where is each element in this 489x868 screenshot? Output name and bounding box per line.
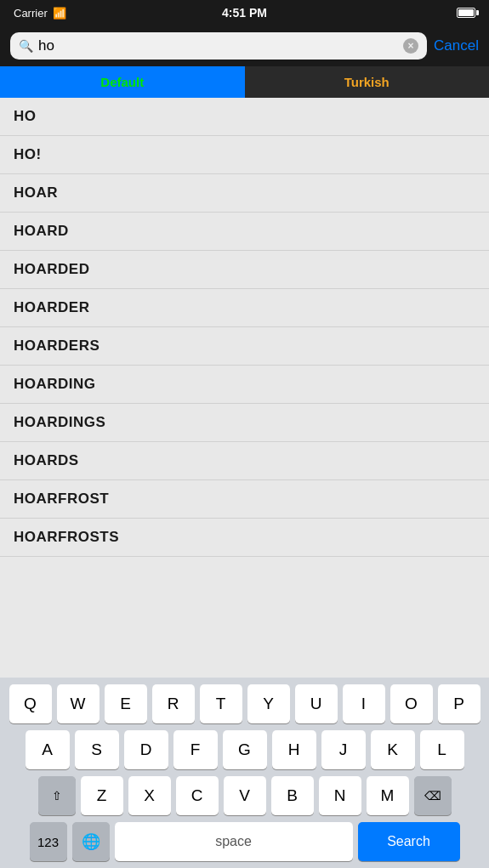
list-item[interactable]: HOARDS <box>0 442 489 480</box>
carrier-label: Carrier <box>14 7 48 20</box>
key-I[interactable]: I <box>343 684 385 723</box>
key-J[interactable]: J <box>321 730 366 769</box>
keyboard-row-3: ⇧ZXCVBNM⌫ <box>3 776 486 815</box>
list-item[interactable]: HOARDERS <box>0 327 489 366</box>
key-S[interactable]: S <box>75 730 119 769</box>
segment-control: Default Turkish <box>0 66 489 98</box>
key-N[interactable]: N <box>319 776 361 815</box>
cancel-button[interactable]: Cancel <box>434 37 479 54</box>
list-item[interactable]: HOARFROSTS <box>0 519 489 557</box>
word-list[interactable]: HOHO!HOARHOARDHOARDEDHOARDERHOARDERSHOAR… <box>0 98 489 678</box>
key-L[interactable]: L <box>420 730 464 769</box>
wifi-icon: 📶 <box>53 7 66 20</box>
key-U[interactable]: U <box>295 684 338 723</box>
key-O[interactable]: O <box>390 684 433 723</box>
keyboard: QWERTYUIOP ASDFGHJKL ⇧ZXCVBNM⌫ 123🌐space… <box>0 678 489 868</box>
list-item[interactable]: HOAR <box>0 174 489 213</box>
list-item[interactable]: HOARDER <box>0 289 489 327</box>
clear-circle-icon: × <box>403 38 418 54</box>
key-P[interactable]: P <box>438 684 480 723</box>
search-bar: 🔍 × Cancel <box>0 26 489 66</box>
key-F[interactable]: F <box>173 730 218 769</box>
numbers-key[interactable]: 123 <box>30 822 67 861</box>
keyboard-bottom-row: 123🌐spaceSearch <box>3 822 486 865</box>
key-G[interactable]: G <box>223 730 267 769</box>
key-H[interactable]: H <box>272 730 316 769</box>
segment-turkish[interactable]: Turkish <box>245 66 490 98</box>
key-A[interactable]: A <box>26 730 70 769</box>
key-D[interactable]: D <box>124 730 168 769</box>
list-item[interactable]: HOARD <box>0 213 489 251</box>
key-R[interactable]: R <box>152 684 195 723</box>
search-input[interactable] <box>38 37 398 54</box>
key-T[interactable]: T <box>200 684 242 723</box>
key-E[interactable]: E <box>105 684 147 723</box>
shift-key[interactable]: ⇧ <box>38 776 76 815</box>
key-Q[interactable]: Q <box>9 684 52 723</box>
key-B[interactable]: B <box>271 776 314 815</box>
list-item[interactable]: HO <box>0 98 489 136</box>
key-X[interactable]: X <box>128 776 171 815</box>
key-Y[interactable]: Y <box>247 684 290 723</box>
search-input-container[interactable]: 🔍 × <box>10 32 427 60</box>
keyboard-row-1: QWERTYUIOP <box>3 684 486 723</box>
time-label: 4:51 PM <box>222 6 267 20</box>
search-icon: 🔍 <box>19 39 33 53</box>
list-item[interactable]: HOARDED <box>0 251 489 289</box>
list-item[interactable]: HO! <box>0 136 489 174</box>
search-key[interactable]: Search <box>358 822 460 861</box>
clear-button[interactable]: × <box>403 38 418 54</box>
key-W[interactable]: W <box>57 684 100 723</box>
key-V[interactable]: V <box>224 776 266 815</box>
space-key[interactable]: space <box>115 822 353 861</box>
key-K[interactable]: K <box>371 730 415 769</box>
list-item[interactable]: HOARFROST <box>0 480 489 519</box>
status-bar: Carrier 📶 4:51 PM <box>0 0 489 26</box>
battery-icon <box>457 8 475 18</box>
keyboard-row-2: ASDFGHJKL <box>3 730 486 769</box>
delete-key[interactable]: ⌫ <box>414 776 452 815</box>
globe-key[interactable]: 🌐 <box>72 822 110 861</box>
key-C[interactable]: C <box>176 776 219 815</box>
list-item[interactable]: HOARDINGS <box>0 404 489 442</box>
segment-default[interactable]: Default <box>0 66 245 98</box>
key-Z[interactable]: Z <box>81 776 123 815</box>
key-M[interactable]: M <box>367 776 409 815</box>
list-item[interactable]: HOARDING <box>0 366 489 404</box>
